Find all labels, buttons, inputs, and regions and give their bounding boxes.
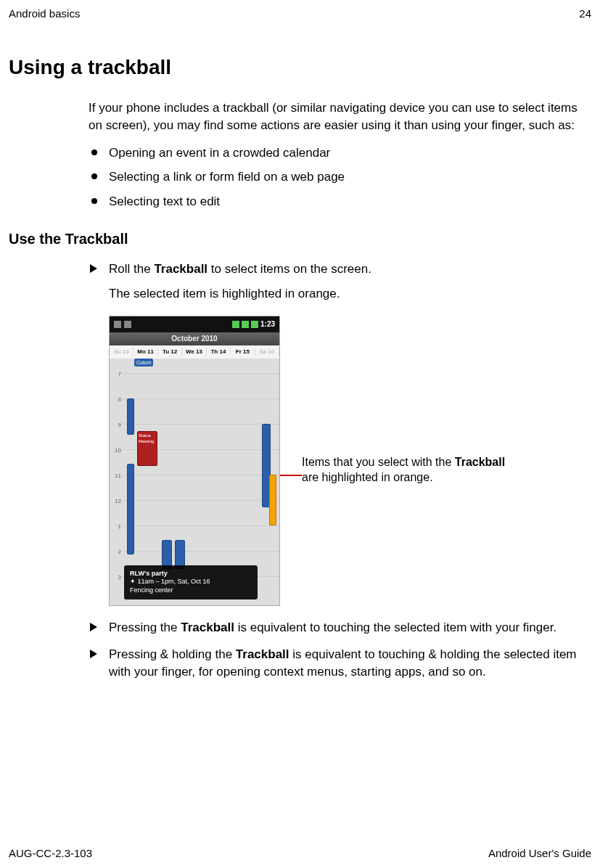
intro-paragraph: If your phone includes a trackball (or s…: [89, 99, 584, 134]
selected-event: [269, 475, 276, 525]
signal-icon: [242, 321, 249, 328]
step-item: Roll the Trackball to select items on th…: [89, 261, 584, 606]
grid-line: [123, 398, 279, 399]
tooltip-time: ✦ 11am – 1pm, Sat, Oct 16: [130, 578, 252, 586]
bullet-list: Opening an event in a crowded calendar S…: [89, 144, 584, 210]
hour-label: 11: [111, 472, 121, 480]
tooltip-title: RLW's party: [130, 570, 252, 578]
day-cell: Su 10: [110, 348, 133, 356]
day-header-row: Su 10 Mo 11 Tu 12 We 13 Th 14 Fr 15 Sa 1…: [110, 345, 279, 359]
doc-title: Android User's Guide: [488, 847, 591, 859]
day-cell: Th 14: [207, 348, 231, 356]
status-left-icons: [114, 321, 131, 328]
bold-term: Trackball: [236, 647, 289, 661]
callout-post: are highlighted in orange.: [302, 471, 433, 483]
grid-line: [123, 551, 279, 552]
month-header: October 2010: [110, 332, 279, 345]
list-item: Opening an event in a crowded calendar: [89, 144, 584, 162]
grid-line: [123, 500, 279, 501]
step-item: Pressing the Trackball is equivalent to …: [89, 619, 584, 636]
bold-term: Trackball: [181, 621, 234, 634]
callout-pre: Items that you select with the: [302, 456, 455, 468]
signal-icon: [232, 321, 239, 328]
grid-line: [123, 525, 279, 526]
day-cell: Mo 11: [133, 348, 157, 356]
calendar-event: Status Meeting: [137, 431, 157, 466]
callout-leader-line: [280, 475, 302, 476]
calendar-event: [175, 540, 185, 569]
page-number: 24: [579, 7, 591, 20]
step-text: Roll the: [109, 262, 154, 276]
day-cell: Tu 12: [158, 348, 182, 356]
notification-icon: [124, 321, 131, 328]
step-text: Pressing & holding the: [109, 647, 236, 661]
hour-label: 2: [111, 548, 121, 556]
figure: 1:23 October 2010 Su 10 Mo 11 Tu 12 We 1…: [109, 316, 584, 606]
step-text: Pressing the: [109, 621, 181, 634]
hour-label: 7: [111, 370, 121, 378]
calendar-event: [162, 540, 172, 569]
callout-text: Items that you select with the Trackball…: [302, 455, 519, 486]
status-right: 1:23: [232, 319, 275, 329]
page-footer: AUG-CC-2.3-103 Android User's Guide: [9, 847, 591, 859]
hour-label: 12: [111, 497, 121, 505]
bold-term: Trackball: [154, 262, 207, 276]
day-cell: Sa 16: [255, 348, 279, 356]
hour-label: 10: [111, 446, 121, 454]
step-text: is equivalent to touching the selected i…: [234, 621, 556, 634]
section-name: Android basics: [9, 7, 80, 20]
hour-label: 1: [111, 523, 121, 531]
hour-label: 8: [111, 396, 121, 404]
phone-screenshot: 1:23 October 2010 Su 10 Mo 11 Tu 12 We 1…: [109, 316, 280, 606]
list-item: Selecting text to edit: [89, 193, 584, 210]
doc-id: AUG-CC-2.3-103: [9, 847, 92, 859]
step-subtext: The selected item is highlighted in oran…: [109, 285, 584, 303]
step-list: Roll the Trackball to select items on th…: [89, 261, 584, 681]
grid-line: [123, 424, 279, 425]
battery-icon: [251, 321, 258, 328]
subheading: Use the Trackball: [9, 231, 591, 247]
notification-icon: [114, 321, 121, 328]
page-title: Using a trackball: [9, 56, 591, 79]
tooltip-location: Fencing center: [130, 586, 252, 595]
grid-line: [123, 475, 279, 475]
day-cell: Fr 15: [231, 348, 255, 356]
list-item: Selecting a link or form field on a web …: [89, 168, 584, 186]
hour-label: 9: [111, 421, 121, 429]
status-bar: 1:23: [110, 316, 279, 332]
step-text: to select items on the screen.: [207, 262, 371, 276]
event-tooltip: RLW's party ✦ 11am – 1pm, Sat, Oct 16 Fe…: [124, 565, 258, 599]
bold-term: Trackball: [455, 456, 505, 468]
step-item: Pressing & holding the Trackball is equi…: [89, 646, 584, 681]
grid-line: [123, 373, 279, 374]
calendar-event: [127, 464, 134, 554]
calendar-event: [127, 398, 134, 435]
hour-label: 3: [111, 573, 121, 581]
clock-text: 1:23: [260, 319, 275, 329]
page-header: Android basics 24: [9, 7, 591, 20]
day-cell: We 13: [182, 348, 206, 356]
